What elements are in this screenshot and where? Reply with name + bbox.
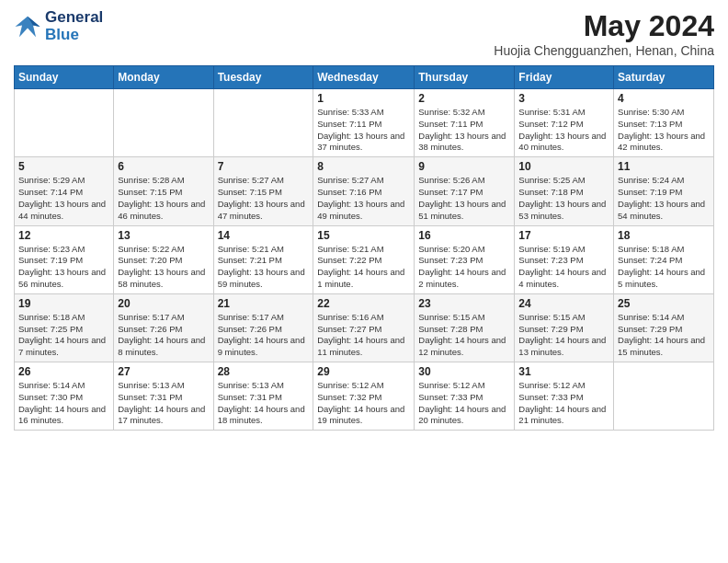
day-cell: 24Sunrise: 5:15 AM Sunset: 7:29 PM Dayli… <box>515 293 614 362</box>
week-row-1: 1Sunrise: 5:33 AM Sunset: 7:11 PM Daylig… <box>15 89 714 157</box>
col-header-wednesday: Wednesday <box>313 66 415 89</box>
day-cell: 4Sunrise: 5:30 AM Sunset: 7:13 PM Daylig… <box>614 89 714 157</box>
day-info: Sunrise: 5:14 AM Sunset: 7:29 PM Dayligh… <box>618 312 710 359</box>
day-info: Sunrise: 5:16 AM Sunset: 7:27 PM Dayligh… <box>317 312 410 359</box>
day-info: Sunrise: 5:28 AM Sunset: 7:15 PM Dayligh… <box>118 175 209 222</box>
day-number: 16 <box>418 229 510 242</box>
logo-text: General Blue <box>45 9 103 43</box>
day-info: Sunrise: 5:23 AM Sunset: 7:19 PM Dayligh… <box>18 244 109 291</box>
logo: General Blue <box>14 9 103 43</box>
day-info: Sunrise: 5:33 AM Sunset: 7:11 PM Dayligh… <box>317 107 410 154</box>
day-cell: 15Sunrise: 5:21 AM Sunset: 7:22 PM Dayli… <box>313 225 415 293</box>
day-number: 1 <box>317 92 410 105</box>
day-cell: 11Sunrise: 5:24 AM Sunset: 7:19 PM Dayli… <box>614 157 714 225</box>
logo-icon <box>14 13 41 40</box>
day-info: Sunrise: 5:18 AM Sunset: 7:25 PM Dayligh… <box>18 312 109 359</box>
day-cell: 23Sunrise: 5:15 AM Sunset: 7:28 PM Dayli… <box>415 293 515 362</box>
day-number: 14 <box>218 229 310 242</box>
day-info: Sunrise: 5:21 AM Sunset: 7:21 PM Dayligh… <box>218 244 310 291</box>
day-info: Sunrise: 5:30 AM Sunset: 7:13 PM Dayligh… <box>618 107 710 154</box>
day-info: Sunrise: 5:19 AM Sunset: 7:23 PM Dayligh… <box>518 244 609 291</box>
week-row-2: 5Sunrise: 5:29 AM Sunset: 7:14 PM Daylig… <box>15 157 714 225</box>
day-info: Sunrise: 5:27 AM Sunset: 7:15 PM Dayligh… <box>218 175 310 222</box>
day-number: 25 <box>618 297 710 310</box>
day-number: 8 <box>317 160 410 173</box>
day-cell: 26Sunrise: 5:14 AM Sunset: 7:30 PM Dayli… <box>15 362 114 431</box>
day-number: 22 <box>317 297 410 310</box>
svg-marker-0 <box>16 16 40 37</box>
day-number: 24 <box>518 297 609 310</box>
day-number: 30 <box>418 365 510 378</box>
day-info: Sunrise: 5:15 AM Sunset: 7:28 PM Dayligh… <box>418 312 510 359</box>
day-cell: 7Sunrise: 5:27 AM Sunset: 7:15 PM Daylig… <box>213 157 313 225</box>
day-cell: 18Sunrise: 5:18 AM Sunset: 7:24 PM Dayli… <box>614 225 714 293</box>
day-cell: 30Sunrise: 5:12 AM Sunset: 7:33 PM Dayli… <box>415 362 515 431</box>
day-info: Sunrise: 5:12 AM Sunset: 7:33 PM Dayligh… <box>518 380 609 427</box>
col-header-thursday: Thursday <box>415 66 515 89</box>
day-number: 26 <box>18 365 109 378</box>
header: General Blue May 2024 Huojia Chengguanzh… <box>14 9 714 58</box>
day-cell: 10Sunrise: 5:25 AM Sunset: 7:18 PM Dayli… <box>515 157 614 225</box>
day-info: Sunrise: 5:14 AM Sunset: 7:30 PM Dayligh… <box>18 380 109 427</box>
day-number: 13 <box>118 229 209 242</box>
day-number: 28 <box>218 365 310 378</box>
day-cell <box>213 89 313 157</box>
day-cell: 14Sunrise: 5:21 AM Sunset: 7:21 PM Dayli… <box>213 225 313 293</box>
day-number: 9 <box>418 160 510 173</box>
day-number: 18 <box>618 229 710 242</box>
location-subtitle: Huojia Chengguanzhen, Henan, China <box>494 43 714 58</box>
day-number: 10 <box>518 160 609 173</box>
day-cell: 28Sunrise: 5:13 AM Sunset: 7:31 PM Dayli… <box>213 362 313 431</box>
col-header-sunday: Sunday <box>15 66 114 89</box>
week-row-3: 12Sunrise: 5:23 AM Sunset: 7:19 PM Dayli… <box>15 225 714 293</box>
day-info: Sunrise: 5:13 AM Sunset: 7:31 PM Dayligh… <box>118 380 209 427</box>
day-info: Sunrise: 5:24 AM Sunset: 7:19 PM Dayligh… <box>618 175 710 222</box>
day-cell: 21Sunrise: 5:17 AM Sunset: 7:26 PM Dayli… <box>213 293 313 362</box>
day-cell: 13Sunrise: 5:22 AM Sunset: 7:20 PM Dayli… <box>114 225 213 293</box>
day-number: 12 <box>18 229 109 242</box>
month-title: May 2024 <box>494 9 714 43</box>
day-info: Sunrise: 5:17 AM Sunset: 7:26 PM Dayligh… <box>218 312 310 359</box>
day-cell: 19Sunrise: 5:18 AM Sunset: 7:25 PM Dayli… <box>15 293 114 362</box>
day-cell <box>114 89 213 157</box>
day-cell: 9Sunrise: 5:26 AM Sunset: 7:17 PM Daylig… <box>415 157 515 225</box>
day-cell: 25Sunrise: 5:14 AM Sunset: 7:29 PM Dayli… <box>614 293 714 362</box>
day-info: Sunrise: 5:12 AM Sunset: 7:33 PM Dayligh… <box>418 380 510 427</box>
day-number: 21 <box>218 297 310 310</box>
day-number: 23 <box>418 297 510 310</box>
day-cell: 6Sunrise: 5:28 AM Sunset: 7:15 PM Daylig… <box>114 157 213 225</box>
day-number: 5 <box>18 160 109 173</box>
day-number: 11 <box>618 160 710 173</box>
day-info: Sunrise: 5:20 AM Sunset: 7:23 PM Dayligh… <box>418 244 510 291</box>
col-header-friday: Friday <box>515 66 614 89</box>
day-info: Sunrise: 5:26 AM Sunset: 7:17 PM Dayligh… <box>418 175 510 222</box>
day-number: 31 <box>518 365 609 378</box>
day-cell: 27Sunrise: 5:13 AM Sunset: 7:31 PM Dayli… <box>114 362 213 431</box>
day-number: 29 <box>317 365 410 378</box>
day-number: 3 <box>518 92 609 105</box>
day-number: 7 <box>218 160 310 173</box>
calendar-table: SundayMondayTuesdayWednesdayThursdayFrid… <box>14 65 714 431</box>
week-row-5: 26Sunrise: 5:14 AM Sunset: 7:30 PM Dayli… <box>15 362 714 431</box>
col-header-monday: Monday <box>114 66 213 89</box>
day-cell: 3Sunrise: 5:31 AM Sunset: 7:12 PM Daylig… <box>515 89 614 157</box>
day-info: Sunrise: 5:13 AM Sunset: 7:31 PM Dayligh… <box>218 380 310 427</box>
day-number: 17 <box>518 229 609 242</box>
day-cell <box>15 89 114 157</box>
day-number: 15 <box>317 229 410 242</box>
header-row: SundayMondayTuesdayWednesdayThursdayFrid… <box>15 66 714 89</box>
day-cell: 1Sunrise: 5:33 AM Sunset: 7:11 PM Daylig… <box>313 89 415 157</box>
day-cell: 20Sunrise: 5:17 AM Sunset: 7:26 PM Dayli… <box>114 293 213 362</box>
day-cell: 8Sunrise: 5:27 AM Sunset: 7:16 PM Daylig… <box>313 157 415 225</box>
day-info: Sunrise: 5:17 AM Sunset: 7:26 PM Dayligh… <box>118 312 209 359</box>
day-number: 19 <box>18 297 109 310</box>
day-info: Sunrise: 5:12 AM Sunset: 7:32 PM Dayligh… <box>317 380 410 427</box>
day-number: 2 <box>418 92 510 105</box>
week-row-4: 19Sunrise: 5:18 AM Sunset: 7:25 PM Dayli… <box>15 293 714 362</box>
day-info: Sunrise: 5:21 AM Sunset: 7:22 PM Dayligh… <box>317 244 410 291</box>
day-cell: 17Sunrise: 5:19 AM Sunset: 7:23 PM Dayli… <box>515 225 614 293</box>
day-cell <box>614 362 714 431</box>
day-cell: 22Sunrise: 5:16 AM Sunset: 7:27 PM Dayli… <box>313 293 415 362</box>
day-number: 6 <box>118 160 209 173</box>
day-info: Sunrise: 5:31 AM Sunset: 7:12 PM Dayligh… <box>518 107 609 154</box>
